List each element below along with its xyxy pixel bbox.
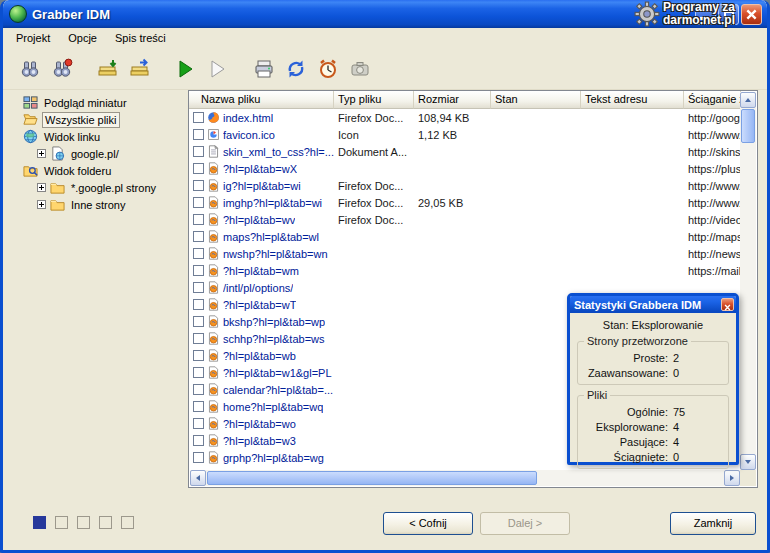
table-row[interactable]: skin_xml_to_css?hl=...Dokument A...http:… xyxy=(189,143,741,160)
statistics-dialog-titlebar[interactable]: Statystyki Grabbera IDM xyxy=(570,296,736,313)
column-header-nazwa-pliku[interactable]: Nazwa pliku xyxy=(189,91,334,109)
table-row[interactable]: nwshp?hl=pl&tab=wnhttp://news.g xyxy=(189,245,741,262)
scroll-down-button[interactable] xyxy=(740,454,756,470)
column-header-stan[interactable]: Stan xyxy=(491,91,581,109)
scroll-up-button[interactable] xyxy=(740,92,756,108)
table-row[interactable]: ?hl=pl&tab=wvFirefox Doc...http://video.… xyxy=(189,211,741,228)
tree-item-label: google.pl/ xyxy=(69,147,121,161)
progress-step xyxy=(33,516,46,529)
explore-stop-button[interactable] xyxy=(47,54,77,84)
table-row[interactable]: index.htmlFirefox Doc...108,94 KBhttp://… xyxy=(189,109,741,126)
folder-icon xyxy=(50,197,65,212)
expand-plus-icon[interactable] xyxy=(37,183,46,192)
column-header-tekst-adresu[interactable]: Tekst adresu xyxy=(581,91,684,109)
stat-value: 0 xyxy=(668,367,679,379)
expand-plus-icon[interactable] xyxy=(37,149,46,158)
row-checkbox[interactable] xyxy=(193,180,204,191)
row-checkbox[interactable] xyxy=(193,265,204,276)
row-checkbox[interactable] xyxy=(193,299,204,310)
statistics-dialog: Statystyki Grabbera IDM Stan: Eksplorowa… xyxy=(567,293,739,465)
table-row[interactable]: ig?hl=pl&tab=wiFirefox Doc...http://www.… xyxy=(189,177,741,194)
file-name: grphp?hl=pl&tab=wg xyxy=(223,452,324,464)
row-checkbox[interactable] xyxy=(193,384,204,395)
download-site-button[interactable] xyxy=(125,54,155,84)
tree-item-podglad-miniatur[interactable]: Podgląd miniatur xyxy=(23,94,185,111)
row-checkbox[interactable] xyxy=(193,146,204,157)
download-files-button[interactable] xyxy=(93,54,123,84)
print-button[interactable] xyxy=(249,54,279,84)
file-url: https://mail.g xyxy=(684,265,741,277)
table-row[interactable]: maps?hl=pl&tab=wlhttp://maps.g xyxy=(189,228,741,245)
row-checkbox[interactable] xyxy=(193,316,204,327)
tree-item-widok-linku[interactable]: Widok linku xyxy=(23,128,185,145)
vertical-scroll-thumb[interactable] xyxy=(741,109,755,143)
tree-item-widok-folderu[interactable]: Widok folderu xyxy=(23,162,185,179)
file-name: calendar?hl=pl&tab=... xyxy=(223,384,333,396)
globe-icon xyxy=(23,129,38,144)
row-checkbox[interactable] xyxy=(193,112,204,123)
back-button[interactable]: < Cofnij xyxy=(383,512,473,535)
row-checkbox[interactable] xyxy=(193,282,204,293)
continue-button[interactable] xyxy=(203,54,233,84)
close-wizard-button[interactable]: Zamknij xyxy=(670,512,756,535)
column-header-sciaganie-z[interactable]: Ściąganie z xyxy=(684,91,741,109)
file-name: index.html xyxy=(223,112,273,124)
horizontal-scroll-thumb[interactable] xyxy=(207,471,537,485)
table-row[interactable]: ?hl=pl&tab=wXhttps://plus.g xyxy=(189,160,741,177)
menu-opcje[interactable]: Opcje xyxy=(59,29,106,47)
tree-item-wszystkie-pliki[interactable]: Wszystkie pliki xyxy=(23,111,185,128)
row-checkbox[interactable] xyxy=(193,418,204,429)
tree-item-label: Widok folderu xyxy=(42,164,113,178)
row-checkbox[interactable] xyxy=(193,214,204,225)
row-checkbox[interactable] xyxy=(193,452,204,463)
row-checkbox[interactable] xyxy=(193,435,204,446)
stat-value: 4 xyxy=(668,436,679,448)
row-checkbox[interactable] xyxy=(193,231,204,242)
table-header: Nazwa pliku Typ pliku Rozmiar Stan Tekst… xyxy=(189,91,741,109)
page-file-icon xyxy=(207,264,220,277)
menu-spis-tresci[interactable]: Spis treści xyxy=(106,29,175,47)
tree-item-google-pl[interactable]: google.pl/ xyxy=(23,145,185,162)
statistics-close-button[interactable] xyxy=(721,298,734,311)
row-checkbox[interactable] xyxy=(193,350,204,361)
page-file-icon xyxy=(207,400,220,413)
row-checkbox[interactable] xyxy=(193,197,204,208)
scroll-right-button[interactable] xyxy=(724,470,740,486)
refresh-icon xyxy=(285,58,307,80)
table-row[interactable]: imghp?hl=pl&tab=wiFirefox Doc...29,05 KB… xyxy=(189,194,741,211)
refresh-button[interactable] xyxy=(281,54,311,84)
file-name: schhp?hl=pl&tab=ws xyxy=(223,333,325,345)
explore-button[interactable] xyxy=(15,54,45,84)
vertical-scrollbar[interactable] xyxy=(740,92,756,470)
file-name: ?hl=pl&tab=wT xyxy=(223,299,296,311)
row-checkbox[interactable] xyxy=(193,333,204,344)
row-checkbox[interactable] xyxy=(193,163,204,174)
row-checkbox[interactable] xyxy=(193,129,204,140)
table-row[interactable]: ?hl=pl&tab=wmhttps://mail.g xyxy=(189,262,741,279)
next-button[interactable]: Dalej > xyxy=(480,512,570,535)
column-header-rozmiar[interactable]: Rozmiar xyxy=(414,91,491,109)
close-button[interactable] xyxy=(741,4,762,25)
scheduler-button[interactable] xyxy=(313,54,343,84)
page-file-icon xyxy=(207,434,220,447)
row-checkbox[interactable] xyxy=(193,367,204,378)
scroll-left-button[interactable] xyxy=(190,470,206,486)
table-row[interactable]: favicon.icoIcon1,12 KBhttp://www.g xyxy=(189,126,741,143)
column-header-typ-pliku[interactable]: Typ pliku xyxy=(334,91,414,109)
expand-plus-icon[interactable] xyxy=(37,200,46,209)
file-type: Firefox Doc... xyxy=(334,180,414,192)
menu-projekt[interactable]: Projekt xyxy=(7,29,59,47)
row-checkbox[interactable] xyxy=(193,401,204,412)
scrollbar-corner xyxy=(740,470,756,486)
binoculars-icon xyxy=(19,58,41,80)
file-url: http://skins.g xyxy=(684,146,741,158)
tree-item-inne-strony[interactable]: Inne strony xyxy=(23,196,185,213)
tree-item-google-pl-strony[interactable]: *.google.pl strony xyxy=(23,179,185,196)
horizontal-scrollbar[interactable] xyxy=(190,470,740,486)
start-button[interactable] xyxy=(171,54,201,84)
row-checkbox[interactable] xyxy=(193,248,204,259)
titlebar[interactable]: Grabber IDM Programy za darmo.net.pl xyxy=(3,0,767,28)
snapshot-button[interactable] xyxy=(345,54,375,84)
file-name: home?hl=pl&tab=wq xyxy=(223,401,323,413)
page-file-icon xyxy=(207,298,220,311)
